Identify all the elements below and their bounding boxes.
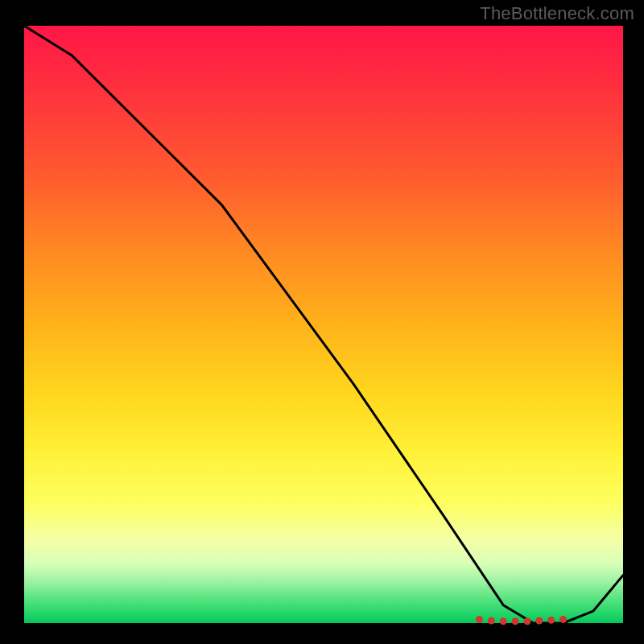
- gradient-plot-area: [24, 26, 623, 623]
- chart-stage: TheBottleneck.com: [0, 0, 644, 644]
- attribution-text: TheBottleneck.com: [480, 3, 634, 24]
